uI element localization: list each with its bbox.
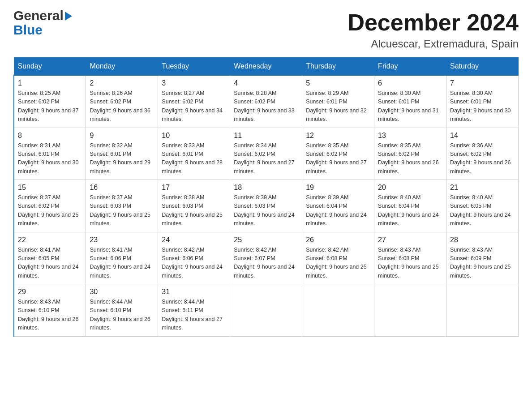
day-number: 22: [18, 236, 82, 244]
table-row: 16 Sunrise: 8:37 AMSunset: 6:03 PMDaylig…: [86, 180, 158, 232]
day-number: 14: [450, 132, 515, 140]
calendar-week-row: 1 Sunrise: 8:25 AMSunset: 6:02 PMDayligh…: [14, 75, 519, 128]
table-row: 8 Sunrise: 8:31 AMSunset: 6:01 PMDayligh…: [14, 128, 86, 180]
day-number: 15: [18, 184, 82, 192]
day-number: 9: [90, 132, 154, 140]
table-row: 18 Sunrise: 8:39 AMSunset: 6:03 PMDaylig…: [230, 180, 302, 232]
table-row: 15 Sunrise: 8:37 AMSunset: 6:02 PMDaylig…: [14, 180, 86, 232]
day-info: Sunrise: 8:37 AMSunset: 6:03 PMDaylight:…: [90, 193, 154, 228]
table-row: [302, 284, 374, 337]
day-info: Sunrise: 8:43 AMSunset: 6:10 PMDaylight:…: [18, 298, 82, 333]
day-number: 1: [18, 79, 82, 87]
day-number: 25: [234, 236, 298, 244]
day-number: 3: [162, 79, 226, 87]
day-number: 13: [378, 132, 442, 140]
table-row: 29 Sunrise: 8:43 AMSunset: 6:10 PMDaylig…: [14, 284, 86, 337]
day-info: Sunrise: 8:37 AMSunset: 6:02 PMDaylight:…: [18, 193, 82, 228]
day-number: 4: [234, 79, 298, 87]
day-info: Sunrise: 8:35 AMSunset: 6:02 PMDaylight:…: [306, 141, 370, 176]
day-info: Sunrise: 8:33 AMSunset: 6:01 PMDaylight:…: [162, 141, 226, 176]
day-info: Sunrise: 8:44 AMSunset: 6:11 PMDaylight:…: [162, 298, 226, 333]
day-info: Sunrise: 8:42 AMSunset: 6:06 PMDaylight:…: [162, 246, 226, 281]
table-row: 2 Sunrise: 8:26 AMSunset: 6:02 PMDayligh…: [86, 75, 158, 128]
table-row: 24 Sunrise: 8:42 AMSunset: 6:06 PMDaylig…: [158, 232, 230, 284]
day-info: Sunrise: 8:35 AMSunset: 6:02 PMDaylight:…: [378, 141, 442, 176]
day-number: 17: [162, 184, 226, 192]
day-number: 8: [18, 132, 82, 140]
day-number: 31: [162, 288, 226, 296]
day-info: Sunrise: 8:43 AMSunset: 6:09 PMDaylight:…: [450, 246, 515, 281]
table-row: 13 Sunrise: 8:35 AMSunset: 6:02 PMDaylig…: [374, 128, 446, 180]
table-row: 31 Sunrise: 8:44 AMSunset: 6:11 PMDaylig…: [158, 284, 230, 337]
day-info: Sunrise: 8:28 AMSunset: 6:02 PMDaylight:…: [234, 89, 298, 124]
day-info: Sunrise: 8:30 AMSunset: 6:01 PMDaylight:…: [378, 89, 442, 124]
table-row: 10 Sunrise: 8:33 AMSunset: 6:01 PMDaylig…: [158, 128, 230, 180]
day-number: 21: [450, 184, 515, 192]
day-number: 19: [306, 184, 370, 192]
calendar-header-row: Sunday Monday Tuesday Wednesday Thursday…: [14, 58, 519, 76]
header-monday: Monday: [86, 58, 158, 76]
table-row: 7 Sunrise: 8:30 AMSunset: 6:01 PMDayligh…: [446, 75, 519, 128]
day-info: Sunrise: 8:29 AMSunset: 6:01 PMDaylight:…: [306, 89, 370, 124]
table-row: 4 Sunrise: 8:28 AMSunset: 6:02 PMDayligh…: [230, 75, 302, 128]
table-row: 17 Sunrise: 8:38 AMSunset: 6:03 PMDaylig…: [158, 180, 230, 232]
header-friday: Friday: [374, 58, 446, 76]
day-info: Sunrise: 8:39 AMSunset: 6:03 PMDaylight:…: [234, 193, 298, 228]
day-info: Sunrise: 8:39 AMSunset: 6:04 PMDaylight:…: [306, 193, 370, 228]
day-info: Sunrise: 8:44 AMSunset: 6:10 PMDaylight:…: [90, 298, 154, 333]
table-row: 26 Sunrise: 8:42 AMSunset: 6:08 PMDaylig…: [302, 232, 374, 284]
day-info: Sunrise: 8:41 AMSunset: 6:06 PMDaylight:…: [90, 246, 154, 281]
day-info: Sunrise: 8:36 AMSunset: 6:02 PMDaylight:…: [450, 141, 515, 176]
day-number: 2: [90, 79, 154, 87]
day-number: 26: [306, 236, 370, 244]
day-info: Sunrise: 8:32 AMSunset: 6:01 PMDaylight:…: [90, 141, 154, 176]
calendar-title: December 2024: [348, 9, 519, 36]
day-number: 30: [90, 288, 154, 296]
day-number: 23: [90, 236, 154, 244]
table-row: 22 Sunrise: 8:41 AMSunset: 6:05 PMDaylig…: [14, 232, 86, 284]
day-info: Sunrise: 8:25 AMSunset: 6:02 PMDaylight:…: [18, 89, 82, 124]
header-tuesday: Tuesday: [158, 58, 230, 76]
day-info: Sunrise: 8:40 AMSunset: 6:05 PMDaylight:…: [450, 193, 515, 228]
day-number: 6: [378, 79, 442, 87]
day-number: 27: [378, 236, 442, 244]
logo-general-text: General: [13, 9, 64, 22]
day-info: Sunrise: 8:38 AMSunset: 6:03 PMDaylight:…: [162, 193, 226, 228]
calendar-week-row: 29 Sunrise: 8:43 AMSunset: 6:10 PMDaylig…: [14, 284, 519, 337]
day-number: 7: [450, 79, 515, 87]
day-number: 10: [162, 132, 226, 140]
table-row: 23 Sunrise: 8:41 AMSunset: 6:06 PMDaylig…: [86, 232, 158, 284]
header-thursday: Thursday: [302, 58, 374, 76]
day-info: Sunrise: 8:42 AMSunset: 6:07 PMDaylight:…: [234, 246, 298, 281]
title-section: December 2024 Alcuescar, Extremadura, Sp…: [348, 9, 519, 50]
logo-blue-text: Blue: [13, 23, 43, 37]
calendar-week-row: 15 Sunrise: 8:37 AMSunset: 6:02 PMDaylig…: [14, 180, 519, 232]
table-row: 14 Sunrise: 8:36 AMSunset: 6:02 PMDaylig…: [446, 128, 519, 180]
table-row: [230, 284, 302, 337]
day-number: 11: [234, 132, 298, 140]
calendar-location: Alcuescar, Extremadura, Spain: [348, 38, 519, 50]
table-row: 20 Sunrise: 8:40 AMSunset: 6:04 PMDaylig…: [374, 180, 446, 232]
table-row: 1 Sunrise: 8:25 AMSunset: 6:02 PMDayligh…: [14, 75, 86, 128]
table-row: 19 Sunrise: 8:39 AMSunset: 6:04 PMDaylig…: [302, 180, 374, 232]
table-row: [374, 284, 446, 337]
day-number: 5: [306, 79, 370, 87]
page-header: General Blue December 2024 Alcuescar, Ex…: [13, 9, 519, 50]
table-row: 11 Sunrise: 8:34 AMSunset: 6:02 PMDaylig…: [230, 128, 302, 180]
day-number: 28: [450, 236, 515, 244]
day-info: Sunrise: 8:34 AMSunset: 6:02 PMDaylight:…: [234, 141, 298, 176]
table-row: 9 Sunrise: 8:32 AMSunset: 6:01 PMDayligh…: [86, 128, 158, 180]
day-info: Sunrise: 8:30 AMSunset: 6:01 PMDaylight:…: [450, 89, 515, 124]
calendar-week-row: 22 Sunrise: 8:41 AMSunset: 6:05 PMDaylig…: [14, 232, 519, 284]
day-number: 16: [90, 184, 154, 192]
day-info: Sunrise: 8:26 AMSunset: 6:02 PMDaylight:…: [90, 89, 154, 124]
table-row: 25 Sunrise: 8:42 AMSunset: 6:07 PMDaylig…: [230, 232, 302, 284]
day-info: Sunrise: 8:41 AMSunset: 6:05 PMDaylight:…: [18, 246, 82, 281]
day-info: Sunrise: 8:27 AMSunset: 6:02 PMDaylight:…: [162, 89, 226, 124]
table-row: 3 Sunrise: 8:27 AMSunset: 6:02 PMDayligh…: [158, 75, 230, 128]
table-row: 6 Sunrise: 8:30 AMSunset: 6:01 PMDayligh…: [374, 75, 446, 128]
day-number: 29: [18, 288, 82, 296]
table-row: [446, 284, 519, 337]
day-number: 24: [162, 236, 226, 244]
day-info: Sunrise: 8:42 AMSunset: 6:08 PMDaylight:…: [306, 246, 370, 281]
